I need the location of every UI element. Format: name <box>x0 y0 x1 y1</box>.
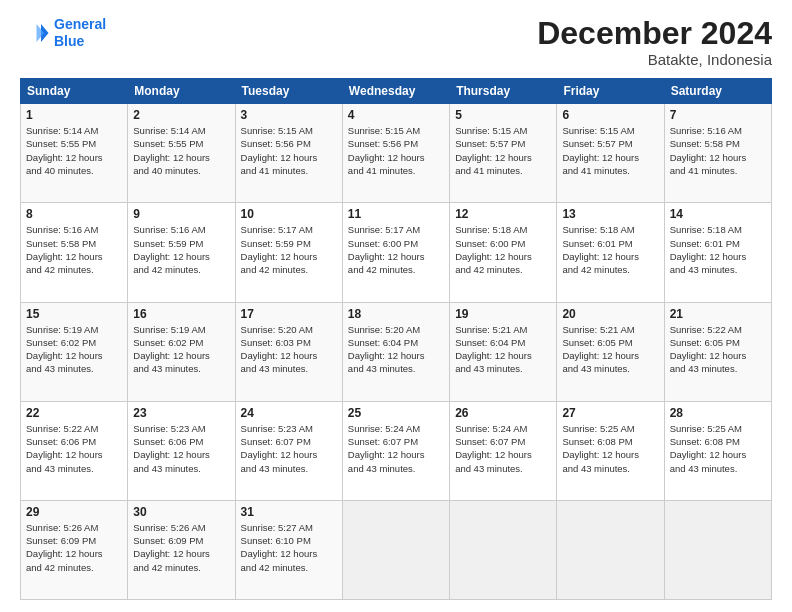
day-number: 18 <box>348 307 444 321</box>
table-row: 15Sunrise: 5:19 AMSunset: 6:02 PMDayligh… <box>21 302 772 401</box>
calendar-table: Sunday Monday Tuesday Wednesday Thursday… <box>20 78 772 600</box>
list-item: 2Sunrise: 5:14 AMSunset: 5:55 PMDaylight… <box>128 104 235 203</box>
day-info: Sunrise: 5:15 AMSunset: 5:57 PMDaylight:… <box>562 124 658 177</box>
day-info: Sunrise: 5:19 AMSunset: 6:02 PMDaylight:… <box>26 323 122 376</box>
day-info: Sunrise: 5:24 AMSunset: 6:07 PMDaylight:… <box>348 422 444 475</box>
day-info: Sunrise: 5:22 AMSunset: 6:05 PMDaylight:… <box>670 323 766 376</box>
day-number: 21 <box>670 307 766 321</box>
day-number: 5 <box>455 108 551 122</box>
day-number: 15 <box>26 307 122 321</box>
col-friday: Friday <box>557 79 664 104</box>
day-info: Sunrise: 5:14 AMSunset: 5:55 PMDaylight:… <box>26 124 122 177</box>
day-info: Sunrise: 5:26 AMSunset: 6:09 PMDaylight:… <box>133 521 229 574</box>
day-number: 3 <box>241 108 337 122</box>
day-number: 28 <box>670 406 766 420</box>
logo-line2: Blue <box>54 33 84 49</box>
day-info: Sunrise: 5:27 AMSunset: 6:10 PMDaylight:… <box>241 521 337 574</box>
day-number: 10 <box>241 207 337 221</box>
list-item: 29Sunrise: 5:26 AMSunset: 6:09 PMDayligh… <box>21 500 128 599</box>
day-info: Sunrise: 5:18 AMSunset: 6:01 PMDaylight:… <box>562 223 658 276</box>
logo: General Blue <box>20 16 106 50</box>
page: General Blue December 2024 Batakte, Indo… <box>0 0 792 612</box>
day-info: Sunrise: 5:25 AMSunset: 6:08 PMDaylight:… <box>562 422 658 475</box>
day-info: Sunrise: 5:19 AMSunset: 6:02 PMDaylight:… <box>133 323 229 376</box>
col-tuesday: Tuesday <box>235 79 342 104</box>
day-number: 8 <box>26 207 122 221</box>
day-info: Sunrise: 5:24 AMSunset: 6:07 PMDaylight:… <box>455 422 551 475</box>
day-number: 16 <box>133 307 229 321</box>
list-item: 8Sunrise: 5:16 AMSunset: 5:58 PMDaylight… <box>21 203 128 302</box>
day-info: Sunrise: 5:21 AMSunset: 6:04 PMDaylight:… <box>455 323 551 376</box>
table-row: 8Sunrise: 5:16 AMSunset: 5:58 PMDaylight… <box>21 203 772 302</box>
calendar-header-row: Sunday Monday Tuesday Wednesday Thursday… <box>21 79 772 104</box>
subtitle: Batakte, Indonesia <box>537 51 772 68</box>
day-number: 25 <box>348 406 444 420</box>
table-row: 29Sunrise: 5:26 AMSunset: 6:09 PMDayligh… <box>21 500 772 599</box>
day-info: Sunrise: 5:23 AMSunset: 6:07 PMDaylight:… <box>241 422 337 475</box>
day-number: 29 <box>26 505 122 519</box>
list-item: 25Sunrise: 5:24 AMSunset: 6:07 PMDayligh… <box>342 401 449 500</box>
list-item: 14Sunrise: 5:18 AMSunset: 6:01 PMDayligh… <box>664 203 771 302</box>
list-item: 5Sunrise: 5:15 AMSunset: 5:57 PMDaylight… <box>450 104 557 203</box>
list-item: 18Sunrise: 5:20 AMSunset: 6:04 PMDayligh… <box>342 302 449 401</box>
day-info: Sunrise: 5:26 AMSunset: 6:09 PMDaylight:… <box>26 521 122 574</box>
day-info: Sunrise: 5:16 AMSunset: 5:58 PMDaylight:… <box>670 124 766 177</box>
list-item: 28Sunrise: 5:25 AMSunset: 6:08 PMDayligh… <box>664 401 771 500</box>
logo-icon <box>20 18 50 48</box>
day-info: Sunrise: 5:16 AMSunset: 5:59 PMDaylight:… <box>133 223 229 276</box>
col-wednesday: Wednesday <box>342 79 449 104</box>
day-number: 17 <box>241 307 337 321</box>
list-item: 21Sunrise: 5:22 AMSunset: 6:05 PMDayligh… <box>664 302 771 401</box>
day-info: Sunrise: 5:22 AMSunset: 6:06 PMDaylight:… <box>26 422 122 475</box>
day-info: Sunrise: 5:20 AMSunset: 6:03 PMDaylight:… <box>241 323 337 376</box>
logo-line1: General <box>54 16 106 32</box>
day-info: Sunrise: 5:25 AMSunset: 6:08 PMDaylight:… <box>670 422 766 475</box>
col-monday: Monday <box>128 79 235 104</box>
day-info: Sunrise: 5:20 AMSunset: 6:04 PMDaylight:… <box>348 323 444 376</box>
day-info: Sunrise: 5:23 AMSunset: 6:06 PMDaylight:… <box>133 422 229 475</box>
list-item <box>342 500 449 599</box>
list-item: 16Sunrise: 5:19 AMSunset: 6:02 PMDayligh… <box>128 302 235 401</box>
day-info: Sunrise: 5:14 AMSunset: 5:55 PMDaylight:… <box>133 124 229 177</box>
day-info: Sunrise: 5:15 AMSunset: 5:57 PMDaylight:… <box>455 124 551 177</box>
list-item: 20Sunrise: 5:21 AMSunset: 6:05 PMDayligh… <box>557 302 664 401</box>
title-block: December 2024 Batakte, Indonesia <box>537 16 772 68</box>
list-item: 19Sunrise: 5:21 AMSunset: 6:04 PMDayligh… <box>450 302 557 401</box>
day-number: 19 <box>455 307 551 321</box>
col-thursday: Thursday <box>450 79 557 104</box>
list-item: 3Sunrise: 5:15 AMSunset: 5:56 PMDaylight… <box>235 104 342 203</box>
list-item: 23Sunrise: 5:23 AMSunset: 6:06 PMDayligh… <box>128 401 235 500</box>
day-info: Sunrise: 5:17 AMSunset: 5:59 PMDaylight:… <box>241 223 337 276</box>
list-item: 31Sunrise: 5:27 AMSunset: 6:10 PMDayligh… <box>235 500 342 599</box>
day-number: 20 <box>562 307 658 321</box>
list-item: 7Sunrise: 5:16 AMSunset: 5:58 PMDaylight… <box>664 104 771 203</box>
day-info: Sunrise: 5:16 AMSunset: 5:58 PMDaylight:… <box>26 223 122 276</box>
day-number: 22 <box>26 406 122 420</box>
day-number: 13 <box>562 207 658 221</box>
day-number: 7 <box>670 108 766 122</box>
day-number: 11 <box>348 207 444 221</box>
day-number: 27 <box>562 406 658 420</box>
list-item: 4Sunrise: 5:15 AMSunset: 5:56 PMDaylight… <box>342 104 449 203</box>
list-item <box>450 500 557 599</box>
list-item: 13Sunrise: 5:18 AMSunset: 6:01 PMDayligh… <box>557 203 664 302</box>
list-item: 30Sunrise: 5:26 AMSunset: 6:09 PMDayligh… <box>128 500 235 599</box>
day-info: Sunrise: 5:21 AMSunset: 6:05 PMDaylight:… <box>562 323 658 376</box>
main-title: December 2024 <box>537 16 772 51</box>
day-number: 26 <box>455 406 551 420</box>
day-number: 9 <box>133 207 229 221</box>
day-number: 12 <box>455 207 551 221</box>
day-number: 14 <box>670 207 766 221</box>
day-number: 4 <box>348 108 444 122</box>
list-item: 1Sunrise: 5:14 AMSunset: 5:55 PMDaylight… <box>21 104 128 203</box>
day-number: 1 <box>26 108 122 122</box>
day-number: 6 <box>562 108 658 122</box>
day-number: 24 <box>241 406 337 420</box>
list-item: 12Sunrise: 5:18 AMSunset: 6:00 PMDayligh… <box>450 203 557 302</box>
list-item <box>557 500 664 599</box>
list-item: 9Sunrise: 5:16 AMSunset: 5:59 PMDaylight… <box>128 203 235 302</box>
day-number: 31 <box>241 505 337 519</box>
list-item: 24Sunrise: 5:23 AMSunset: 6:07 PMDayligh… <box>235 401 342 500</box>
list-item: 10Sunrise: 5:17 AMSunset: 5:59 PMDayligh… <box>235 203 342 302</box>
day-info: Sunrise: 5:18 AMSunset: 6:01 PMDaylight:… <box>670 223 766 276</box>
